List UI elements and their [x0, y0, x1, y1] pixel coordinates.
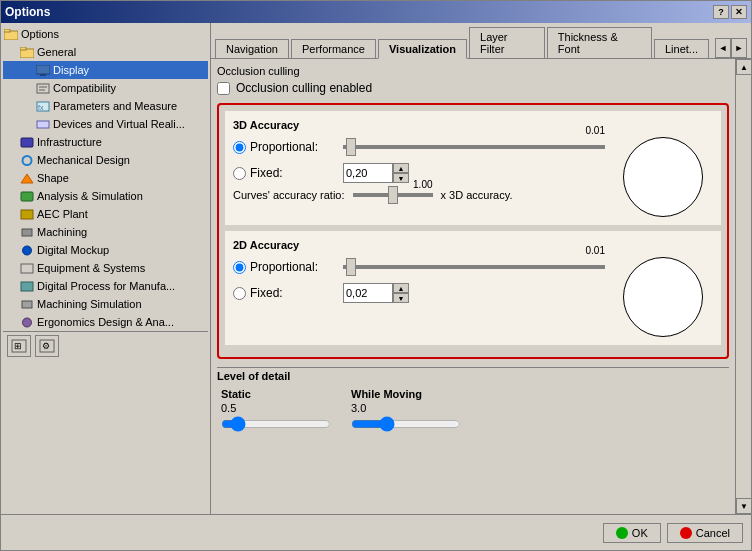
svg-rect-21 — [22, 301, 32, 308]
sidebar-item-digital-process[interactable]: Digital Process for Manufa... — [3, 277, 208, 295]
occlusion-checkbox[interactable] — [217, 82, 230, 95]
proportional-2d-slider-container: 0.01 — [343, 257, 605, 277]
mech-icon — [19, 153, 35, 167]
lod-row: Static 0.5 While Moving 3.0 — [217, 388, 729, 432]
cancel-label: Cancel — [696, 527, 730, 539]
proportional-3d-label: Proportional: — [233, 140, 343, 154]
sidebar-item-compatibility[interactable]: Compatibility — [3, 79, 208, 97]
proportional-3d-slider-container: 0.01 — [343, 137, 605, 157]
proportional-3d-radio[interactable] — [233, 141, 246, 154]
fixed-3d-input[interactable] — [343, 163, 393, 183]
infra-icon — [19, 135, 35, 149]
scroll-down-arrow[interactable]: ▼ — [736, 498, 751, 514]
fixed-2d-input[interactable] — [343, 283, 393, 303]
tab-layer-filter[interactable]: Layer Filter — [469, 27, 545, 58]
tab-navigation[interactable]: Navigation — [215, 39, 289, 58]
svg-text:⊞: ⊞ — [14, 341, 22, 351]
tab-visualization[interactable]: Visualization — [378, 39, 467, 59]
fixed-3d-label: Fixed: — [233, 166, 343, 180]
proportional-2d-row: Proportional: 0.01 — [233, 257, 605, 277]
sidebar-bottom: ⊞ ⚙ — [3, 331, 208, 359]
process-icon — [19, 279, 35, 293]
lod-static-value: 0.5 — [221, 402, 331, 414]
scroll-up-arrow[interactable]: ▲ — [736, 59, 751, 75]
sidebar-item-parameters-label: Parameters and Measure — [53, 100, 177, 112]
sidebar-item-aec[interactable]: AEC Plant — [3, 205, 208, 223]
fixed-2d-down-btn[interactable]: ▼ — [393, 293, 409, 303]
sidebar-item-devices[interactable]: Devices and Virtual Reali... — [3, 115, 208, 133]
svg-rect-20 — [21, 282, 33, 291]
sidebar-item-equipment-label: Equipment & Systems — [37, 262, 145, 274]
sidebar-item-analysis[interactable]: Analysis & Simulation — [3, 187, 208, 205]
sidebar-item-devices-label: Devices and Virtual Reali... — [53, 118, 185, 130]
tab-thickness-font[interactable]: Thickness & Font — [547, 27, 652, 58]
tab-performance[interactable]: Performance — [291, 39, 376, 58]
sidebar-item-parameters[interactable]: fx Parameters and Measure — [3, 97, 208, 115]
sidebar-item-infrastructure[interactable]: Infrastructure — [3, 133, 208, 151]
expand-icon: ⊞ — [11, 339, 27, 353]
proportional-2d-slider[interactable] — [343, 265, 605, 269]
close-button[interactable]: ✕ — [731, 5, 747, 19]
sidebar-item-infrastructure-label: Infrastructure — [37, 136, 102, 148]
svg-rect-6 — [37, 84, 49, 93]
circle-preview-3d — [623, 137, 703, 217]
fixed-2d-up-btn[interactable]: ▲ — [393, 283, 409, 293]
sidebar-item-display[interactable]: Display — [3, 61, 208, 79]
curves-slider[interactable] — [353, 193, 433, 197]
lod-moving-col: While Moving 3.0 — [351, 388, 461, 432]
sidebar-item-equipment[interactable]: Equipment & Systems — [3, 259, 208, 277]
svg-rect-5 — [40, 74, 46, 76]
svg-marker-14 — [21, 174, 33, 183]
accuracy-3d-section: 3D Accuracy Proportional: — [225, 111, 721, 225]
fixed-3d-down-btn[interactable]: ▼ — [393, 173, 409, 183]
cancel-button[interactable]: Cancel — [667, 523, 743, 543]
fixed-3d-radio[interactable] — [233, 167, 246, 180]
sidebar-item-general[interactable]: General — [3, 43, 208, 61]
lod-title: Level of detail — [217, 367, 729, 384]
svg-rect-16 — [21, 210, 33, 219]
lod-static-slider[interactable] — [221, 416, 331, 432]
vscrollbar: ▲ ▼ — [735, 59, 751, 514]
accuracy-2d-section: 2D Accuracy Proportional: — [225, 231, 721, 345]
shape-icon — [19, 171, 35, 185]
tab-linet[interactable]: Linet... — [654, 39, 709, 58]
sidebar-item-aec-label: AEC Plant — [37, 208, 88, 220]
sidebar-item-machining-sim[interactable]: Machining Simulation — [3, 295, 208, 313]
scroll-track[interactable] — [736, 75, 751, 498]
sidebar-btn-2[interactable]: ⚙ — [35, 335, 59, 357]
tab-prev-arrow[interactable]: ◄ — [715, 38, 731, 58]
accuracy-3d-content: Proportional: 0.01 — [233, 137, 713, 217]
tab-next-arrow[interactable]: ► — [731, 38, 747, 58]
compat-icon — [35, 81, 51, 95]
sidebar-item-digital[interactable]: Digital Mockup — [3, 241, 208, 259]
titlebar: Options ? ✕ — [1, 1, 751, 23]
sidebar-btn-1[interactable]: ⊞ — [7, 335, 31, 357]
tab-nav-arrows: ◄ ► — [715, 38, 747, 58]
folder-icon — [3, 27, 19, 41]
svg-rect-17 — [22, 229, 32, 236]
fixed-2d-label: Fixed: — [233, 286, 343, 300]
ok-button[interactable]: OK — [603, 523, 661, 543]
window-title: Options — [5, 5, 50, 19]
sidebar-item-machining[interactable]: Machining — [3, 223, 208, 241]
digital-icon — [19, 243, 35, 257]
curves-row: Curves' accuracy ratio: 1.00 x 3D accura… — [233, 189, 605, 201]
fixed-2d-radio[interactable] — [233, 287, 246, 300]
sidebar-item-mechanical[interactable]: Mechanical Design — [3, 151, 208, 169]
accuracy-2d-content: Proportional: 0.01 — [233, 257, 713, 337]
ok-label: OK — [632, 527, 648, 539]
folder-icon-general — [19, 45, 35, 59]
fixed-3d-up-btn[interactable]: ▲ — [393, 163, 409, 173]
proportional-3d-slider[interactable] — [343, 145, 605, 149]
machining-icon — [19, 225, 35, 239]
settings-icon: ⚙ — [39, 339, 55, 353]
sidebar-item-display-label: Display — [53, 64, 89, 76]
help-button[interactable]: ? — [713, 5, 729, 19]
proportional-2d-radio[interactable] — [233, 261, 246, 274]
sidebar-item-shape[interactable]: Shape — [3, 169, 208, 187]
bottom-bar: OK Cancel — [1, 514, 751, 550]
lod-moving-slider[interactable] — [351, 416, 461, 432]
sidebar-item-ergonomics[interactable]: Ergonomics Design & Ana... — [3, 313, 208, 331]
sidebar-item-options[interactable]: Options — [3, 25, 208, 43]
proportional-3d-row: Proportional: 0.01 — [233, 137, 605, 157]
